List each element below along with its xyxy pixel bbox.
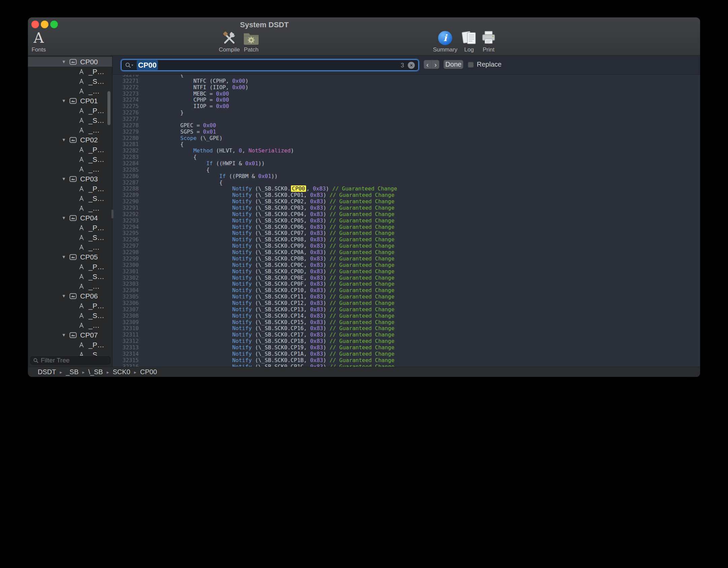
compile-icon [222,30,237,45]
method-icon [77,146,86,153]
toolbar-item-print[interactable]: Print [478,30,499,55]
tree-item[interactable]: _P… [28,67,112,76]
method-icon [77,117,86,124]
breadcrumb-item[interactable]: _SB [66,368,78,376]
tree-item[interactable]: _P… [28,145,112,154]
tree-item[interactable]: _P… [28,262,112,272]
toolbar-item-log[interactable]: Log [459,30,479,55]
toolbar-item-patch[interactable]: Patch [238,30,265,55]
tree-item[interactable]: _… [28,281,112,291]
replace-label: Replace [477,61,501,68]
tree-item[interactable]: _P… [28,106,112,115]
line-number: 32313 [112,345,139,351]
toolbar-item-summary[interactable]: i Summary [428,30,462,55]
tree-item-cp01[interactable]: ▼CP01 [28,96,112,106]
tree-item-cp02[interactable]: ▼CP02 [28,135,112,145]
sidebar-scrollbar[interactable] [107,91,110,125]
tree-item[interactable]: _… [28,242,112,252]
find-next-button[interactable]: › [432,60,439,69]
tree-item[interactable]: _P… [28,184,112,193]
tree-item[interactable]: _… [28,86,112,96]
disclosure-triangle-icon[interactable]: ▼ [62,98,69,103]
disclosure-triangle-icon[interactable]: ▼ [62,215,69,220]
tree-item[interactable]: _S… [28,115,112,125]
toolbar-item-fonts[interactable]: A Fonts [28,30,49,55]
disclosure-triangle-icon[interactable]: ▼ [62,176,69,181]
code-line: 32277 [112,116,700,122]
breadcrumb-item[interactable]: \_SB [88,368,103,376]
tree-label: _P… [89,185,104,193]
code-editor[interactable]: 32270 {32271 NTFC (CPHP, 0x00)32272 NTFI… [112,75,700,367]
method-icon [77,127,86,134]
disclosure-triangle-icon[interactable]: ▼ [62,59,69,64]
line-number: 32297 [112,243,139,249]
tree-item[interactable]: _S… [28,233,112,242]
tree-item-cp06[interactable]: ▼CP06 [28,291,112,301]
tree-item[interactable]: _S… [28,272,112,281]
breadcrumb-separator-icon: ▸ [134,369,136,375]
tree-item-cp07[interactable]: ▼CP07 [28,330,112,340]
tree-label: _… [89,321,100,329]
toolbar-label: Compile [219,46,240,53]
tree-item[interactable]: _S… [28,350,112,356]
method-icon [77,224,86,231]
tree-item[interactable]: _… [28,164,112,174]
tree-item[interactable]: _… [28,203,112,213]
sidebar: ▼CP00_P…_S…_…▼CP01_P…_S…_…▼CP02_P…_S…_…▼… [28,56,112,367]
clear-search-icon[interactable]: × [408,62,415,69]
code-line: 32303 Notify (\_SB.SCK0.CP0F, 0x83) // G… [112,281,700,287]
tree-item[interactable]: _… [28,320,112,330]
zoom-button[interactable] [50,21,58,28]
splitter-handle[interactable] [111,210,113,218]
method-icon [77,263,86,270]
replace-checkbox[interactable] [468,62,474,68]
code-line: 32271 NTFC (CPHP, 0x00) [112,78,700,84]
tree-item[interactable]: _S… [28,193,112,203]
code-line: 32282 Method (HLVT, 0, NotSerialized) [112,148,700,154]
method-icon [77,342,86,348]
tree-item-cp00[interactable]: ▼CP00 [28,57,112,67]
tree-label: CP00 [80,58,98,66]
disclosure-triangle-icon[interactable]: ▼ [62,254,69,259]
tree-item[interactable]: _S… [28,154,112,164]
breadcrumb-item[interactable]: SCK0 [113,368,130,376]
line-number: 32274 [112,97,139,103]
tree-item[interactable]: _P… [28,223,112,233]
minimize-button[interactable] [41,21,48,28]
tree-item[interactable]: _S… [28,76,112,86]
tree-item[interactable]: _P… [28,340,112,350]
log-documents-icon [461,30,477,45]
line-number: 32277 [112,116,139,122]
code-line: 32296 Notify (\_SB.SCK0.CP08, 0x83) // G… [112,237,700,243]
line-number: 32287 [112,180,139,186]
line-number: 32286 [112,173,139,180]
done-button[interactable]: Done [443,60,463,69]
line-number: 32308 [112,313,139,319]
filter-tree-input[interactable]: Filter Tree [30,356,110,364]
tree-item[interactable]: _P… [28,301,112,311]
find-previous-button[interactable]: ‹ [424,60,431,69]
disclosure-triangle-icon[interactable]: ▼ [62,293,69,298]
breadcrumb-separator-icon: ▸ [60,369,62,375]
search-input[interactable]: CP00 3 × [121,60,419,71]
method-icon [77,156,86,163]
tree-item[interactable]: _… [28,125,112,135]
breadcrumb-item[interactable]: CP00 [140,368,157,376]
disclosure-triangle-icon[interactable]: ▼ [62,332,69,338]
tree-item[interactable]: _S… [28,311,112,320]
tree-label: _… [89,282,100,290]
close-button[interactable] [31,21,39,28]
tree-label: CP04 [80,214,98,222]
line-number: 32295 [112,230,139,237]
code-line: 32284 If ((HWPI & 0x01)) [112,161,700,167]
line-number: 32279 [112,129,139,135]
search-icon[interactable] [125,62,134,68]
disclosure-triangle-icon[interactable]: ▼ [62,137,69,142]
sidebar-tree[interactable]: ▼CP00_P…_S…_…▼CP01_P…_S…_…▼CP02_P…_S…_…▼… [28,56,112,356]
replace-control: Replace [468,60,501,69]
tree-item-cp05[interactable]: ▼CP05 [28,252,112,262]
tree-item-cp03[interactable]: ▼CP03 [28,174,112,184]
tree-item-cp04[interactable]: ▼CP04 [28,213,112,223]
line-number: 32312 [112,338,139,345]
breadcrumb-item[interactable]: DSDT [38,368,56,376]
